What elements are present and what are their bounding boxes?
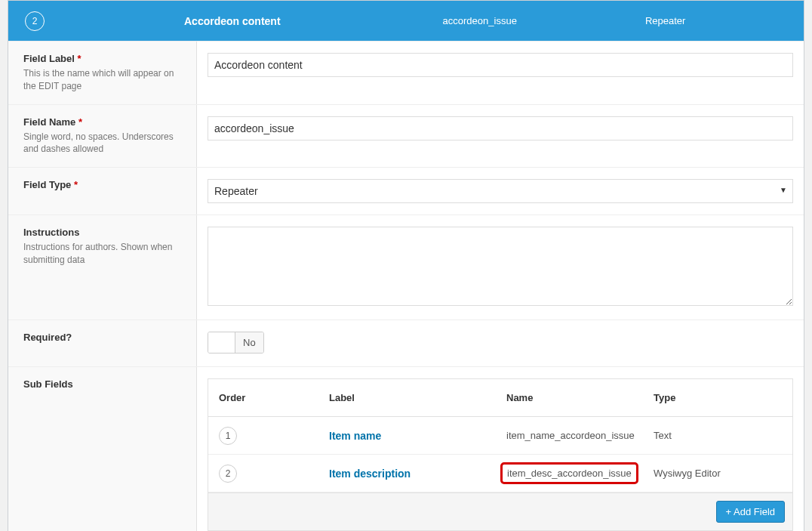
row-instructions: Instructions Instructions for authors. S…	[8, 215, 804, 320]
row-field-label: Field Label * This is the name which wil…	[8, 41, 804, 104]
field-type-select[interactable]: Repeater	[208, 179, 793, 203]
header-field-name: accordeon_issue	[443, 15, 517, 26]
subfield-label-link[interactable]: Item name	[329, 430, 381, 442]
subfield-name-cell: item_desc_accordeon_issue	[506, 462, 654, 484]
subfield-order-cell: 2	[208, 465, 329, 483]
subfield-type-cell: Wysiwyg Editor	[654, 468, 792, 479]
field-name-desc: Single word, no spaces. Underscores and …	[23, 131, 187, 156]
order-badge: 1	[219, 427, 237, 445]
input-col	[197, 215, 804, 320]
subfield-type-cell: Text	[654, 430, 792, 441]
required-toggle[interactable]: No	[208, 332, 264, 353]
field-order-badge: 2	[25, 11, 45, 31]
subfields-label: Sub Fields	[23, 378, 73, 390]
field-label-label: Field Label *	[23, 53, 82, 64]
input-col: Repeater ▼	[197, 168, 804, 215]
subfield-name-cell: item_name_accordeon_issue	[506, 430, 654, 441]
instructions-label: Instructions	[23, 227, 79, 238]
label-col: Field Label * This is the name which wil…	[8, 42, 197, 104]
required-star: *	[74, 179, 78, 190]
col-label-header: Label	[329, 392, 506, 403]
add-field-button[interactable]: + Add Field	[716, 501, 785, 523]
row-field-name: Field Name * Single word, no spaces. Und…	[8, 104, 804, 168]
required-star: *	[78, 116, 82, 128]
required-label: Required?	[23, 332, 72, 343]
select-wrap: Repeater ▼	[208, 179, 793, 203]
header-field-label: Accordeon content	[184, 15, 281, 27]
label-col: Instructions Instructions for authors. S…	[8, 215, 197, 320]
col-name-header: Name	[506, 392, 654, 403]
row-field-type: Field Type * Repeater ▼	[8, 167, 804, 215]
field-label-desc: This is the name which will appear on th…	[23, 67, 187, 93]
header-field-type: Repeater	[645, 15, 685, 26]
label-col: Required?	[8, 320, 197, 366]
input-col: No	[197, 320, 804, 366]
label-col: Field Type *	[8, 168, 197, 215]
subfield-order-cell: 1	[208, 427, 329, 445]
col-order-header: Order	[208, 392, 329, 403]
input-col	[197, 105, 804, 168]
subfield-label-cell: Item description	[329, 468, 506, 480]
subfield-label-link[interactable]: Item description	[329, 468, 411, 480]
label-col: Field Name * Single word, no spaces. Und…	[8, 105, 197, 168]
toggle-switch	[208, 332, 235, 353]
subfield-name-text: item_desc_accordeon_issue	[507, 468, 632, 479]
required-star: *	[78, 53, 82, 64]
subfield-label-cell: Item name	[329, 430, 506, 442]
instructions-desc: Instructions for authors. Shown when sub…	[23, 241, 187, 267]
field-type-label: Field Type *	[23, 179, 78, 190]
field-name-label: Field Name *	[23, 116, 82, 128]
subfield-name-text: item_name_accordeon_issue	[506, 430, 635, 441]
toggle-value: No	[235, 332, 263, 353]
table-row[interactable]: 1 Item name item_name_accordeon_issue Te…	[208, 417, 792, 455]
subfields-table: Order Label Name Type 1 Item name item_n…	[208, 378, 793, 531]
table-row[interactable]: 2 Item description item_desc_accordeon_i…	[208, 455, 792, 492]
col-type-header: Type	[654, 392, 792, 403]
subfields-header-row: Order Label Name Type	[208, 379, 792, 417]
input-col	[197, 42, 804, 104]
label-col: Sub Fields	[8, 367, 197, 531]
row-sub-fields: Sub Fields Order Label Name Type 1 Item …	[8, 366, 804, 531]
input-col: Order Label Name Type 1 Item name item_n…	[197, 367, 804, 531]
field-label-input[interactable]	[208, 53, 793, 77]
instructions-textarea[interactable]	[208, 227, 793, 306]
highlight-annotation: item_desc_accordeon_issue	[500, 462, 638, 484]
subfields-footer: + Add Field	[208, 492, 792, 530]
field-name-input[interactable]	[208, 116, 793, 140]
field-group-container: 2 Accordeon content accordeon_issue Repe…	[8, 0, 804, 531]
field-summary-header[interactable]: 2 Accordeon content accordeon_issue Repe…	[8, 1, 804, 41]
row-required: Required? No	[8, 320, 804, 366]
order-badge: 2	[219, 465, 237, 483]
